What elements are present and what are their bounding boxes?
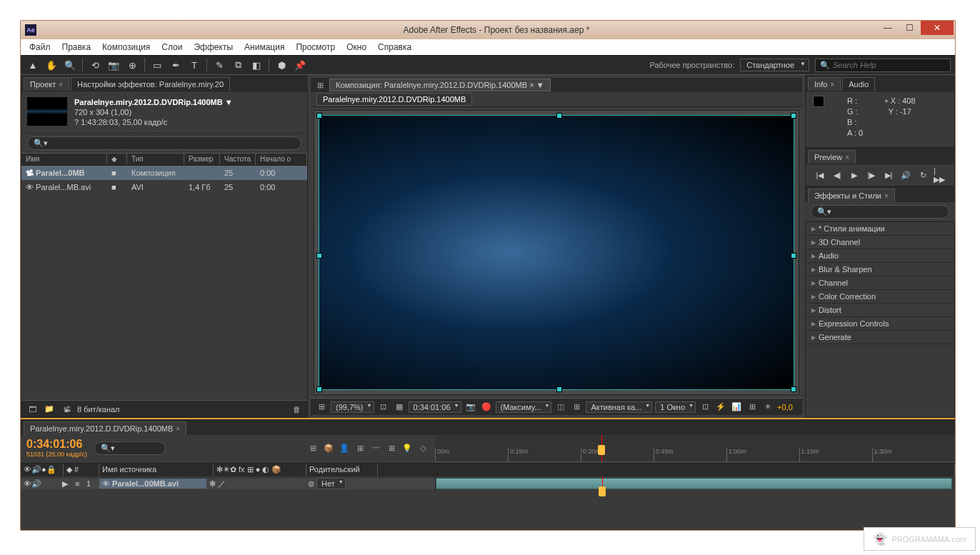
col-size[interactable]: Размер <box>184 154 220 165</box>
new-comp-icon[interactable]: 📽 <box>60 403 73 416</box>
project-row-avi[interactable]: 👁 Paralel...MB.avi ■ AVI 1,4 Гб 25 0:00 <box>21 180 307 194</box>
pen-tool-icon[interactable]: ✒ <box>168 57 184 73</box>
time-ruler[interactable]: 00m 0:15m 0:30m 0:45m 1:00m 1:15m 1:30m <box>435 435 955 462</box>
zoom-tool-icon[interactable]: 🔍 <box>62 57 78 73</box>
menu-view[interactable]: Просмотр <box>291 41 339 54</box>
tab-preview[interactable]: Preview× <box>808 150 856 164</box>
delete-icon[interactable]: 🗑 <box>290 403 303 416</box>
clone-tool-icon[interactable]: ⧉ <box>230 57 246 73</box>
rect-tool-icon[interactable]: ▭ <box>149 57 165 73</box>
brainstorm-icon[interactable]: 💡 <box>401 441 414 454</box>
search-help[interactable]: 🔍 <box>815 59 951 72</box>
project-row-comp[interactable]: 📽 Paralel...0MB ■ Композиция 25 0:00 <box>21 166 307 180</box>
close-button[interactable]: ✕ <box>921 21 954 35</box>
first-frame-icon[interactable]: |◀ <box>814 169 826 181</box>
workspace-dropdown[interactable]: Стандартное <box>740 59 809 71</box>
brush-tool-icon[interactable]: ✎ <box>211 57 227 73</box>
hand-tool-icon[interactable]: ✋ <box>44 57 59 73</box>
composition-viewer[interactable] <box>314 110 799 395</box>
fx-category[interactable]: * Стили анимации <box>806 222 954 236</box>
tab-timeline[interactable]: Paralelnye.miry.2012.D.DVDRip.1400MB× <box>24 421 186 435</box>
tab-info[interactable]: Info× <box>808 77 841 91</box>
tab-effects-presets[interactable]: Эффекты и Стили× <box>808 189 895 202</box>
menu-file[interactable]: Файл <box>25 41 55 54</box>
play-icon[interactable]: ▶ <box>848 169 861 181</box>
timeline-icon[interactable]: 📊 <box>730 401 743 414</box>
graph-editor-icon[interactable]: ⊞ <box>385 441 398 454</box>
snapshot-icon[interactable]: 📷 <box>464 401 477 414</box>
comp-breadcrumb[interactable]: Paralelnye.miry.2012.D.DVDRip.1400MB <box>316 93 472 106</box>
camera-tool-icon[interactable]: 📷 <box>106 57 121 73</box>
col-rate[interactable]: Частота <box>220 154 256 165</box>
rotate-tool-icon[interactable]: ⟲ <box>87 57 103 73</box>
tab-composition-viewer[interactable]: Композиция: Paralelnye.miry.2012.D.DVDRi… <box>329 79 551 91</box>
menu-composition[interactable]: Композиция <box>98 41 154 54</box>
puppet-tool-icon[interactable]: 📌 <box>292 57 308 73</box>
last-frame-icon[interactable]: ▶| <box>882 169 895 181</box>
current-timecode[interactable]: 0:34:01:06 <box>26 438 87 451</box>
comp-mini-flow-icon[interactable]: ⊞ <box>314 79 326 91</box>
fx-category[interactable]: Expression Controls <box>806 317 954 331</box>
menu-window[interactable]: Окно <box>342 41 371 54</box>
col-label-icon[interactable]: ◆ <box>107 154 127 165</box>
project-search[interactable]: 🔍▾ <box>27 136 301 150</box>
timecode-display[interactable]: 0:34:01:06 <box>409 401 461 413</box>
timeline-layer-row[interactable]: 👁🔊 ▶ ■ 1 👁 Paralel...00MB.avi ✻ ／ ⊘ Нет <box>21 476 955 491</box>
resolution-dropdown[interactable]: (Максиму... <box>496 401 552 413</box>
selection-tool-icon[interactable]: ▲ <box>25 57 41 73</box>
roi-icon[interactable]: ◫ <box>554 401 567 414</box>
flowchart-icon[interactable]: ⊞ <box>746 401 759 414</box>
interpret-footage-icon[interactable]: 🗔 <box>26 403 39 416</box>
fx-category[interactable]: 3D Channel <box>806 236 954 249</box>
minimize-button[interactable]: — <box>878 21 898 35</box>
view-layout-dropdown[interactable]: 1 Окно <box>655 401 696 413</box>
fx-category[interactable]: Distort <box>806 304 954 317</box>
camera-dropdown[interactable]: Активная ка... <box>586 401 652 413</box>
grid-icon[interactable]: ⊞ <box>315 401 328 414</box>
motion-blur-icon[interactable]: 〰 <box>369 441 382 454</box>
playhead[interactable] <box>601 435 602 461</box>
layer-clip[interactable] <box>436 478 952 489</box>
text-tool-icon[interactable]: T <box>186 57 202 73</box>
fx-category[interactable]: Generate <box>806 331 954 344</box>
search-help-input[interactable] <box>833 61 946 69</box>
menu-animation[interactable]: Анимация <box>240 41 289 54</box>
rotobrush-tool-icon[interactable]: ⬢ <box>274 57 289 73</box>
fx-category[interactable]: Audio <box>806 249 954 263</box>
fx-category[interactable]: Blur & Sharpen <box>806 263 954 276</box>
exposure-icon[interactable]: ☀ <box>761 401 774 414</box>
next-frame-icon[interactable]: |▶ <box>865 169 878 181</box>
maximize-button[interactable]: ☐ <box>899 21 919 35</box>
timeline-search[interactable]: 🔍▾ <box>94 441 166 455</box>
prev-frame-icon[interactable]: ◀| <box>831 169 844 181</box>
draft3d-icon[interactable]: 📦 <box>322 441 335 454</box>
frame-blend-icon[interactable]: ⊞ <box>354 441 366 454</box>
ram-preview-icon[interactable]: |▶▶ <box>934 169 946 181</box>
auto-keyframe-icon[interactable]: ◇ <box>416 441 429 454</box>
col-source-name[interactable]: Имя источника <box>99 464 214 476</box>
resolution-icon[interactable]: ⊡ <box>377 401 390 414</box>
pixel-aspect-icon[interactable]: ⊡ <box>699 401 711 414</box>
tab-audio[interactable]: Audio <box>842 77 875 91</box>
mute-icon[interactable]: 🔊 <box>899 169 912 181</box>
pan-behind-tool-icon[interactable]: ⊕ <box>124 57 140 73</box>
transparency-icon[interactable]: ▦ <box>393 401 406 414</box>
bpc-label[interactable]: 8 бит/канал <box>77 405 120 414</box>
eraser-tool-icon[interactable]: ◧ <box>249 57 264 73</box>
zoom-dropdown[interactable]: (99,7%) <box>331 401 374 413</box>
menu-layers[interactable]: Слои <box>157 41 186 54</box>
exposure-value[interactable]: +0,0 <box>777 403 793 411</box>
col-name[interactable]: Имя <box>21 154 107 165</box>
fast-preview-icon[interactable]: ⚡ <box>714 401 727 414</box>
tab-effect-controls[interactable]: Настройки эффектов: Paralelnye.miry.20 <box>71 77 230 91</box>
new-folder-icon[interactable]: 📁 <box>43 403 56 416</box>
menu-help[interactable]: Справка <box>374 41 416 54</box>
hide-shy-icon[interactable]: 👤 <box>338 441 351 454</box>
tab-project[interactable]: Проект× <box>24 77 69 91</box>
channel-icon[interactable]: 🔴 <box>480 401 493 414</box>
fx-category[interactable]: Color Correction <box>806 290 954 304</box>
effects-search[interactable]: 🔍▾ <box>811 205 949 219</box>
col-type[interactable]: Тип <box>127 154 184 165</box>
grid-toggle-icon[interactable]: ⊞ <box>570 401 583 414</box>
menu-edit[interactable]: Правка <box>58 41 96 54</box>
